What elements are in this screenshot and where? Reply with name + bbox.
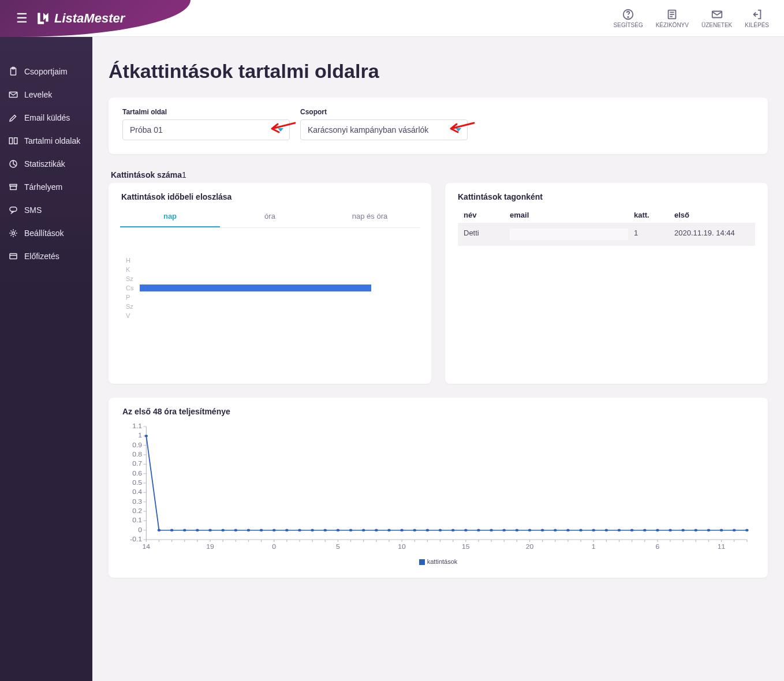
svg-point-138	[579, 529, 582, 531]
group-value: Karácsonyi kampányban vásárlók	[308, 125, 428, 134]
svg-point-136	[554, 529, 557, 531]
listamester-logo-icon	[36, 11, 51, 26]
cell-clicks: 1	[634, 229, 669, 240]
members-card: Kattintások tagonként név email katt. el…	[445, 183, 768, 384]
manual-button[interactable]: KÉZIKÖNYV	[656, 8, 689, 28]
svg-text:1: 1	[138, 432, 142, 439]
bar-track	[140, 275, 417, 282]
clicks-count-label: Kattintások száma1	[111, 170, 768, 179]
svg-point-147	[695, 529, 697, 531]
day-label: Sz	[126, 275, 140, 282]
svg-point-128	[451, 529, 454, 531]
svg-text:11: 11	[718, 544, 726, 550]
sidebar-item-subscription[interactable]: Előfizetés	[0, 245, 92, 268]
help-button[interactable]: SEGÍTSÉG	[614, 8, 643, 28]
svg-point-113	[260, 529, 263, 531]
tab-day-hour[interactable]: nap és óra	[320, 207, 420, 227]
svg-text:0.2: 0.2	[132, 508, 142, 514]
filter-card: Tartalmi oldal Próba 01 Csoport Karácson…	[109, 98, 768, 154]
sidebar-item-groups[interactable]: Csoportjaim	[0, 60, 92, 83]
svg-point-108	[196, 529, 199, 531]
chart48-card: Az első 48 óra teljesítménye -0.100.10.2…	[109, 398, 768, 578]
day-bar-row: Sz	[126, 274, 417, 283]
sidebar-item-stats[interactable]: Statisztikák	[0, 152, 92, 175]
svg-text:0.9: 0.9	[132, 442, 142, 448]
svg-text:-0.1: -0.1	[130, 536, 142, 542]
svg-point-118	[324, 529, 327, 531]
day-bar-row: P	[126, 293, 417, 302]
sidebar-item-label: SMS	[24, 205, 42, 215]
pencil-icon	[8, 113, 18, 123]
sidebar-item-sms[interactable]: SMS	[0, 199, 92, 222]
sidebar-item-label: Email küldés	[24, 113, 70, 122]
pie-chart-icon	[8, 159, 18, 169]
day-bar-row: Cs	[126, 283, 417, 293]
content-page-select[interactable]: Próba 01	[122, 119, 290, 140]
legend-swatch-icon	[419, 559, 425, 565]
svg-point-107	[183, 529, 186, 531]
svg-point-131	[490, 529, 492, 531]
bar-track	[140, 312, 417, 319]
svg-point-151	[745, 529, 748, 531]
bar	[140, 285, 371, 291]
svg-point-141	[618, 529, 621, 531]
svg-point-104	[145, 435, 148, 437]
day-bar-row: H	[126, 256, 417, 265]
clipboard-icon	[8, 66, 18, 77]
svg-text:0: 0	[138, 527, 142, 533]
day-bar-row: Sz	[126, 302, 417, 311]
sidebar-item-settings[interactable]: Beállítások	[0, 222, 92, 245]
group-select[interactable]: Karácsonyi kampányban vásárlók	[300, 119, 468, 140]
svg-text:14: 14	[143, 544, 151, 550]
svg-point-150	[733, 529, 736, 531]
day-label: Sz	[126, 303, 140, 310]
bar-track	[140, 285, 417, 291]
svg-text:0.5: 0.5	[132, 480, 142, 486]
svg-point-126	[426, 529, 429, 531]
sidebar-item-label: Előfizetés	[24, 252, 59, 261]
svg-point-112	[247, 529, 250, 531]
card-icon	[8, 251, 18, 261]
sidebar-item-storage[interactable]: Tárhelyem	[0, 175, 92, 199]
svg-point-117	[311, 529, 313, 531]
sidebar-item-mails[interactable]: Levelek	[0, 83, 92, 106]
svg-point-148	[707, 529, 710, 531]
members-table-header: név email katt. első	[458, 207, 755, 223]
messages-button[interactable]: ÜZENETEK	[701, 8, 732, 28]
day-bar-chart: HKSzCsPSzV	[109, 238, 431, 332]
book-open-icon	[8, 136, 18, 146]
svg-text:6: 6	[655, 544, 659, 550]
menu-toggle-icon[interactable]: ☰	[16, 11, 28, 26]
svg-point-106	[170, 529, 173, 531]
tab-day[interactable]: nap	[120, 207, 220, 227]
bar-track	[140, 257, 417, 264]
sidebar-item-content-pages[interactable]: Tartalmi oldalak	[0, 129, 92, 152]
svg-point-135	[541, 529, 544, 531]
svg-point-146	[681, 529, 684, 531]
bar-track	[140, 266, 417, 273]
sidebar-item-send[interactable]: Email küldés	[0, 106, 92, 129]
col-name: név	[464, 211, 504, 219]
day-label: Cs	[126, 285, 140, 291]
svg-text:15: 15	[462, 544, 470, 550]
logout-button[interactable]: KILÉPÉS	[745, 8, 769, 28]
chat-icon	[8, 205, 18, 215]
svg-point-133	[516, 529, 518, 531]
svg-point-120	[349, 529, 352, 531]
sidebar-item-label: Statisztikák	[24, 159, 65, 169]
day-label: P	[126, 294, 140, 301]
svg-point-125	[413, 529, 416, 531]
cell-first: 2020.11.19. 14:44	[674, 229, 749, 240]
svg-text:5: 5	[336, 544, 340, 550]
chart48-legend: kattintások	[122, 558, 754, 565]
tab-hour[interactable]: óra	[220, 207, 320, 227]
brand-logo: ListaMester	[36, 11, 125, 26]
col-email: email	[510, 211, 628, 219]
members-table-row[interactable]: Detti 1 2020.11.19. 14:44	[458, 223, 755, 246]
svg-point-111	[234, 529, 237, 531]
svg-point-114	[272, 529, 275, 531]
svg-text:1.1: 1.1	[132, 423, 142, 429]
sidebar-item-label: Tárhelyem	[24, 182, 62, 192]
svg-text:0.8: 0.8	[132, 451, 142, 458]
svg-text:0.7: 0.7	[132, 461, 142, 467]
